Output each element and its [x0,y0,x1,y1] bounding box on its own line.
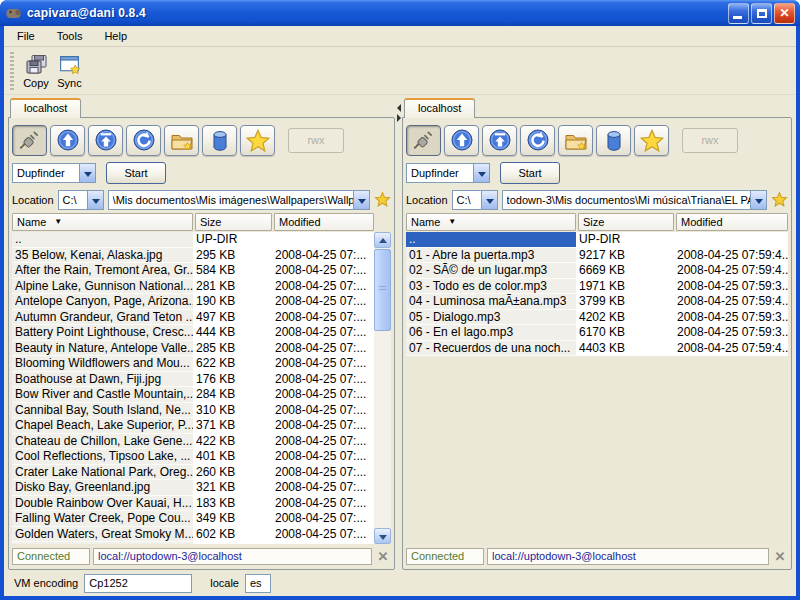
scrollbar-thumb[interactable] [374,249,391,331]
chevron-down-icon[interactable] [750,191,766,209]
connection-state: Connected [12,548,90,565]
up-directory-button[interactable] [50,125,85,156]
split-divider[interactable] [395,97,402,570]
right-mode-row: Dupfinder Start [406,160,788,186]
menu-file[interactable]: File [10,28,42,44]
disconnect-x-icon[interactable]: ✕ [375,549,391,565]
table-row[interactable]: Antelope Canyon, Page, Arizona... 190 KB… [12,294,374,310]
column-header-modified[interactable]: Modified [676,213,788,231]
table-row[interactable]: Disko Bay, Greenland.jpg 321 KB 2008-04-… [12,480,374,496]
column-header-name[interactable]: Name ▼ [12,213,193,231]
title-bar[interactable]: capivara@dani 0.8.4 ✕ [0,0,800,26]
table-row[interactable]: Chapel Beach, Lake Superior, P... 371 KB… [12,418,374,434]
new-folder-button[interactable] [558,125,593,156]
home-button[interactable] [482,125,517,156]
table-row[interactable]: Golden Waters, Great Smoky M... 602 KB 2… [12,527,374,543]
table-row[interactable]: Cool Reflections, Tipsoo Lake, ... 401 K… [12,449,374,465]
chevron-down-icon[interactable] [79,164,95,182]
main-toolbar: Copy Sync [4,47,796,95]
table-row[interactable]: 05 - Dialogo.mp3 4202 KB 2008-04-25 07:5… [406,310,788,326]
table-row[interactable]: .. UP-DIR [12,232,374,248]
column-header-size[interactable]: Size [195,213,272,231]
new-folder-button[interactable] [164,125,199,156]
table-row[interactable]: Battery Point Lighthouse, Cresc... 444 K… [12,325,374,341]
disconnect-button[interactable] [12,125,47,156]
menu-tools[interactable]: Tools [50,28,90,44]
storage-button[interactable] [596,125,631,156]
collapse-left-icon[interactable] [397,104,401,112]
collapse-right-icon[interactable] [397,114,401,122]
table-row[interactable]: 35 Below, Kenai, Alaska.jpg 295 KB 2008-… [12,248,374,264]
close-button[interactable]: ✕ [774,3,795,24]
right-status-bar: Connected local://uptodown-3@localhost ✕ [406,547,788,566]
column-header-modified[interactable]: Modified [274,213,374,231]
right-location-row: Location C:\ todown-3\Mis documentos\Mi … [406,189,788,210]
right-path-select[interactable]: todown-3\Mis documentos\Mi música\Triana… [502,190,767,210]
table-row[interactable]: Falling Water Creek, Pope Cou... 349 KB … [12,511,374,527]
chevron-down-icon[interactable] [481,191,497,209]
right-mode-select[interactable]: Dupfinder [406,163,490,183]
right-start-button[interactable]: Start [500,162,560,184]
scrollbar-track[interactable] [374,248,391,528]
left-icon-toolbar: rwx [12,121,391,159]
table-row[interactable]: Chateau de Chillon, Lake Gene... 422 KB … [12,434,374,450]
disconnect-x-icon[interactable]: ✕ [772,549,788,565]
table-row[interactable]: Double Rainbow Over Kauai, H... 183 KB 2… [12,496,374,512]
table-row[interactable]: 02 - SÃ© de un lugar.mp3 6669 KB 2008-04… [406,263,788,279]
vm-encoding-field[interactable]: Cp1252 [84,574,192,593]
locale-field[interactable]: es [245,574,271,593]
right-tab-localhost[interactable]: localhost [404,98,475,118]
bookmark-button[interactable] [240,125,275,156]
table-row[interactable]: Autumn Grandeur, Grand Teton ... 497 KB … [12,310,374,326]
table-row[interactable]: Green Beach, Big Island, Hawai... 354 KB… [12,542,374,544]
menu-bar: File Tools Help [4,26,796,47]
sync-button[interactable]: Sync [54,52,85,90]
permissions-button[interactable]: rwx [682,128,738,153]
maximize-button[interactable] [751,3,772,24]
chevron-down-icon[interactable] [87,191,103,209]
right-panel: localhost rwx Dupfinder [402,97,792,570]
table-row[interactable]: Bow River and Castle Mountain,... 284 KB… [12,387,374,403]
connection-state: Connected [406,548,484,565]
copy-button[interactable]: Copy [20,52,52,90]
toolbar-grip[interactable] [10,52,14,90]
table-row[interactable]: Alpine Lake, Gunnison National... 281 KB… [12,279,374,295]
favorite-star-icon[interactable] [771,191,788,208]
table-row[interactable]: Cannibal Bay, South Island, Ne... 310 KB… [12,403,374,419]
refresh-button[interactable] [126,125,161,156]
table-row[interactable]: 01 - Abre la puerta.mp3 9217 KB 2008-04-… [406,248,788,264]
left-path-select[interactable]: \Mis documentos\Mis imágenes\Wallpapers\… [108,190,370,210]
home-button[interactable] [88,125,123,156]
column-header-size[interactable]: Size [578,213,674,231]
minimize-button[interactable] [728,3,749,24]
table-row[interactable]: Boathouse at Dawn, Fiji.jpg 176 KB 2008-… [12,372,374,388]
table-row[interactable]: .. UP-DIR [406,232,788,248]
table-row[interactable]: Crater Lake National Park, Oreg... 260 K… [12,465,374,481]
table-row[interactable]: 06 - En el lago.mp3 6170 KB 2008-04-25 0… [406,325,788,341]
chevron-down-icon[interactable] [473,164,489,182]
scroll-up-icon[interactable] [374,232,391,248]
vertical-scrollbar[interactable] [374,232,391,544]
refresh-button[interactable] [520,125,555,156]
table-row[interactable]: 07 - Recuerdos de una noch... 4403 KB 20… [406,341,788,357]
table-row[interactable]: 04 - Luminosa maÃ±ana.mp3 3799 KB 2008-0… [406,294,788,310]
table-row[interactable]: Beauty in Nature, Antelope Valle... 285 … [12,341,374,357]
table-row[interactable]: Blooming Wildflowers and Mou... 622 KB 2… [12,356,374,372]
left-start-button[interactable]: Start [106,162,166,184]
table-row[interactable]: 03 - Todo es de color.mp3 1971 KB 2008-0… [406,279,788,295]
favorite-star-icon[interactable] [374,191,391,208]
bookmark-button[interactable] [634,125,669,156]
up-directory-button[interactable] [444,125,479,156]
left-tab-localhost[interactable]: localhost [10,98,81,118]
chevron-down-icon[interactable] [353,191,369,209]
disconnect-button[interactable] [406,125,441,156]
permissions-button[interactable]: rwx [288,128,344,153]
menu-help[interactable]: Help [97,28,134,44]
scroll-down-icon[interactable] [374,528,391,544]
table-row[interactable]: After the Rain, Tremont Area, Gr... 584 … [12,263,374,279]
right-drive-select[interactable]: C:\ [452,190,498,210]
storage-button[interactable] [202,125,237,156]
left-mode-select[interactable]: Dupfinder [12,163,96,183]
column-header-name[interactable]: Name ▼ [406,213,576,231]
left-drive-select[interactable]: C:\ [58,190,104,210]
